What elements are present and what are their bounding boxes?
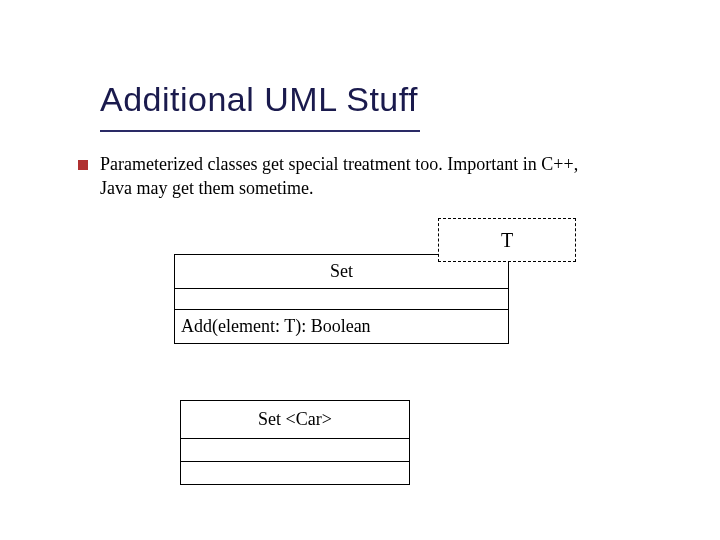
uml-class-parameterized: Set Add(element: T): Boolean xyxy=(174,254,509,344)
template-parameter-box: T xyxy=(438,218,576,262)
description-text: Parameterized classes get special treatm… xyxy=(100,152,580,201)
uml-bound-operations-empty xyxy=(180,461,410,485)
title-underline xyxy=(100,130,420,132)
uml-attributes-empty xyxy=(174,288,509,309)
slide-title: Additional UML Stuff xyxy=(100,80,418,119)
uml-class-bound: Set <Car> xyxy=(180,400,410,485)
uml-operation: Add(element: T): Boolean xyxy=(174,309,509,344)
uml-bound-class-name: Set <Car> xyxy=(180,400,410,438)
bullet-icon xyxy=(78,160,88,170)
uml-bound-attributes-empty xyxy=(180,438,410,461)
